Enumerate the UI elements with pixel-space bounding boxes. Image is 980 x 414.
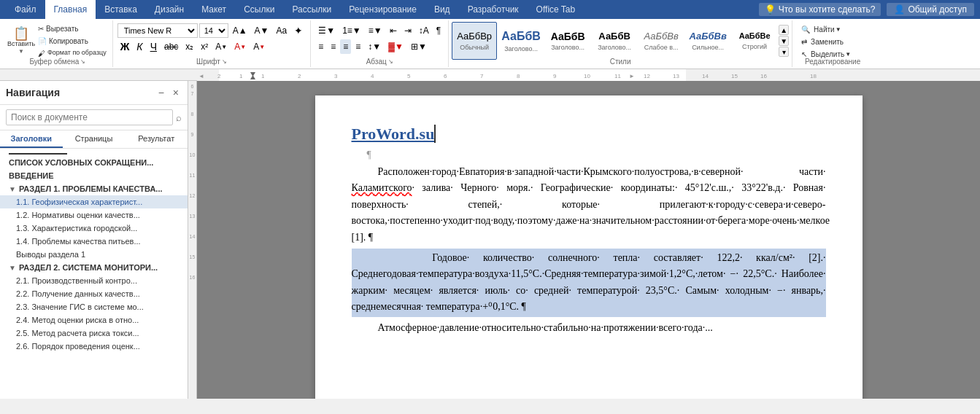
paragraph-3[interactable]: Атмосферное·давление·относительно·стабил… [352, 320, 826, 336]
nav-item-2-2[interactable]: 2.2. Получение данных качеств... [0, 287, 188, 300]
vruler-10: 10 [188, 152, 196, 173]
clipboard-expander[interactable]: ↘ [80, 58, 85, 65]
menu-home[interactable]: Главная [45, 0, 96, 19]
nav-search-icon[interactable]: ⌕ [176, 112, 182, 123]
style-strong-label: Сильное... [692, 44, 724, 51]
paragraph-expander[interactable]: ↘ [388, 58, 393, 65]
underline-button[interactable]: Ч [147, 39, 160, 54]
increase-indent-button[interactable]: ⇥ [401, 23, 414, 38]
nav-tab-pages[interactable]: Страницы [63, 130, 126, 148]
font-name-select[interactable]: Times New R [117, 23, 198, 38]
menu-view[interactable]: Вид [425, 0, 459, 19]
font-increase-button[interactable]: A▲ [230, 23, 250, 38]
bullets-button[interactable]: ☰▼ [315, 23, 338, 38]
text-highlight-button[interactable]: A▼ [212, 39, 230, 54]
nav-item-2-5[interactable]: 2.5. Метод расчета риска токси... [0, 327, 188, 340]
paragraph-content: ☰▼ 1≡▼ ≡▼ ⇤ ⇥ ↕A ¶ ≡ ≡ ≡ ≡ ↕▼ ▓▼ [315, 22, 444, 55]
document-page[interactable]: ProWord.su ¶ Расположен·город·Евпатория·… [315, 95, 863, 399]
nav-item-2-3[interactable]: 2.3. Значение ГИС в системе мо... [0, 300, 188, 313]
nav-item-1-1[interactable]: 1.1. Геофизическая характерист... [0, 195, 188, 208]
font-expander[interactable]: ↘ [222, 58, 227, 65]
cut-button[interactable]: ✂ Вырезать [36, 23, 102, 34]
decrease-indent-button[interactable]: ⇤ [387, 23, 400, 38]
nav-item-2-1[interactable]: 2.1. Производственный контро... [0, 274, 188, 287]
style-heading3[interactable]: АаБбВ Заголово... [592, 22, 637, 60]
style-strict[interactable]: АаБбВе Строгий [732, 22, 777, 60]
borders-button[interactable]: ⊞▼ [408, 39, 430, 54]
styles-expand[interactable]: ▾ [779, 47, 789, 57]
nav-item-1-4[interactable]: 1.4. Проблемы качества питьев... [0, 235, 188, 248]
nav-item-section2[interactable]: ▼ РАЗДЕЛ 2. СИСТЕМА МОНИТОРИ... [0, 261, 188, 274]
nav-tab-headings[interactable]: Заголовки [0, 130, 63, 148]
underline-kalamitskogo: Каламитского [352, 182, 412, 193]
menu-references[interactable]: Ссылки [235, 0, 283, 19]
para-mark-1: ¶ [352, 149, 826, 161]
what-to-do-search[interactable]: 💡 Что вы хотите сделать? [759, 3, 881, 16]
nav-separator [9, 153, 67, 155]
paste-button[interactable]: 📋 Вставить ▼ [7, 22, 35, 60]
align-left-button[interactable]: ≡ [315, 39, 326, 54]
align-center-button[interactable]: ≡ [328, 39, 339, 54]
menu-review[interactable]: Рецензирование [340, 0, 425, 19]
nav-search-input[interactable] [6, 109, 173, 125]
strikethrough-button[interactable]: abc [161, 39, 181, 54]
nav-expander-section2: ▼ [9, 264, 16, 272]
align-right-button[interactable]: ≡ [340, 39, 351, 54]
style-strong[interactable]: АаБбВв Сильное... [685, 22, 730, 60]
menu-developer[interactable]: Разработчик [459, 0, 528, 19]
nav-item-section1[interactable]: ▼ РАЗДЕЛ 1. ПРОБЛЕМЫ КАЧЕСТВА... [0, 182, 188, 195]
nav-item-abbreviations[interactable]: СПИСОК УСЛОВНЫХ СОКРАЩЕНИ... [0, 156, 188, 169]
style-subtle[interactable]: АаБбВв Слабое в... [638, 22, 684, 60]
vruler-9: 9 [188, 132, 196, 152]
font-decrease-button[interactable]: A▼ [252, 23, 272, 38]
nav-item-conclusions1[interactable]: Выводы раздела 1 [0, 248, 188, 261]
nav-item-2-6[interactable]: 2.6. Порядок проведения оценк... [0, 340, 188, 353]
style-normal[interactable]: АаБбВр Обычный [452, 22, 497, 60]
menu-insert[interactable]: Вставка [96, 0, 146, 19]
styles-scroll-up[interactable]: ▲ [779, 25, 789, 35]
text-color-button[interactable]: A▼ [250, 39, 268, 54]
nav-pin-button[interactable]: − [155, 85, 167, 100]
nav-tab-results[interactable]: Результат [125, 130, 188, 148]
bold-button[interactable]: Ж [117, 39, 133, 54]
style-heading2[interactable]: АаБбВ Заголово... [545, 22, 590, 60]
numbering-button[interactable]: 1≡▼ [339, 23, 364, 38]
paragraph-2[interactable]: Годовое· количество· солнечного· тепла· … [352, 249, 826, 317]
subscript-button[interactable]: x₂ [182, 39, 196, 54]
font-color-button[interactable]: A▼ [231, 39, 249, 54]
nav-title: Навигация [6, 87, 60, 98]
menu-file[interactable]: Файл [6, 0, 45, 19]
find-button[interactable]: 🔍 Найти ▼ [800, 23, 865, 35]
shading-button[interactable]: ▓▼ [385, 39, 406, 54]
align-justify-button[interactable]: ≡ [352, 39, 363, 54]
nav-item-abbreviations-label: СПИСОК УСЛОВНЫХ СОКРАЩЕНИ... [9, 158, 153, 167]
nav-item-intro[interactable]: ВВЕДЕНИЕ [0, 169, 188, 182]
replace-button[interactable]: ⇄ Заменить [800, 36, 865, 47]
style-heading1[interactable]: АаБбВ Заголово... [498, 22, 544, 60]
font-size-select[interactable]: 14 [199, 23, 228, 38]
nav-item-1-1-label: 1.1. Геофизическая характерист... [16, 198, 142, 206]
nav-close-button[interactable]: × [170, 85, 182, 100]
nav-item-2-4[interactable]: 2.4. Метод оценки риска в отно... [0, 313, 188, 327]
menu-office-tab[interactable]: Office Tab [528, 0, 584, 19]
paragraph-1[interactable]: Расположен·город·Евпатория·в·западной·ча… [352, 164, 826, 246]
document-area[interactable]: ProWord.su ¶ Расположен·город·Евпатория·… [197, 81, 980, 399]
nav-item-2-1-label: 2.1. Производственный контро... [16, 276, 137, 285]
line-spacing-button[interactable]: ↕▼ [365, 39, 384, 54]
nav-item-1-3[interactable]: 1.3. Характеристика городской... [0, 222, 188, 235]
copy-button[interactable]: 📄 Копировать [36, 35, 102, 47]
superscript-button[interactable]: x² [198, 39, 211, 54]
paste-icon: 📋 [13, 27, 29, 40]
italic-button[interactable]: К [134, 39, 145, 54]
menu-layout[interactable]: Макет [193, 0, 235, 19]
clear-format-button[interactable]: ✦ [291, 23, 306, 38]
menu-mailings[interactable]: Рассылки [283, 0, 340, 19]
show-marks-button[interactable]: ¶ [433, 23, 444, 38]
sort-button[interactable]: ↕A [416, 23, 432, 38]
nav-item-1-2[interactable]: 1.2. Нормативы оценки качеств... [0, 208, 188, 222]
styles-scroll-down[interactable]: ▼ [779, 36, 789, 46]
menu-design[interactable]: Дизайн [146, 0, 193, 19]
multilevel-button[interactable]: ≡▼ [366, 23, 385, 38]
share-button[interactable]: 👤 Общий доступ [887, 3, 974, 16]
change-case-button[interactable]: Аа [273, 23, 290, 38]
